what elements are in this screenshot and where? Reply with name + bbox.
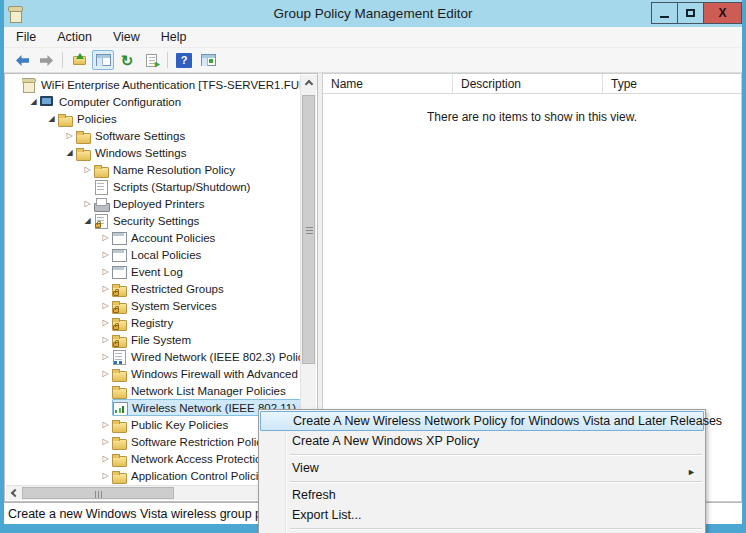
back-glyph bbox=[15, 54, 30, 67]
collapsed-arrow-icon[interactable]: ▷ bbox=[99, 280, 112, 297]
expanded-arrow-icon[interactable]: ◢ bbox=[81, 212, 94, 229]
tree-item-restricted-groups[interactable]: ▷Restricted Groups bbox=[5, 280, 302, 297]
vertical-scrollbar-thumb[interactable] bbox=[302, 95, 315, 364]
tree-item-scripts-startup-shutdown[interactable]: Scripts (Startup/Shutdown) bbox=[5, 178, 302, 195]
tree-item-row: Account Policies bbox=[112, 229, 302, 246]
doc-icon bbox=[94, 180, 109, 194]
tree-item-label: Windows Settings bbox=[95, 147, 186, 159]
tree-item-row: Security Settings bbox=[94, 212, 302, 229]
context-menu-item-create-a-new-windows-xp-policy[interactable]: Create A New Windows XP Policy bbox=[260, 431, 704, 451]
empty-list-message: There are no items to show in this view. bbox=[323, 110, 741, 124]
help-icon[interactable]: ? bbox=[173, 50, 195, 70]
column-header-name[interactable]: Name bbox=[323, 74, 453, 94]
context-menu-item-create-a-new-wireless-network-policy-for[interactable]: Create A New Wireless Network Policy for… bbox=[260, 411, 704, 431]
tree-item-wired-network-ieee-802-3-policies[interactable]: ▷Wired Network (IEEE 802.3) Policies bbox=[5, 348, 302, 365]
export-list-icon[interactable]: ► bbox=[140, 50, 162, 70]
column-header-type[interactable]: Type bbox=[603, 74, 741, 94]
maximize-button[interactable] bbox=[677, 2, 704, 24]
network-nodes-icon bbox=[114, 361, 117, 364]
back-icon[interactable] bbox=[11, 50, 33, 70]
tree-item-event-log[interactable]: ▷Event Log bbox=[5, 263, 302, 280]
close-button[interactable]: X bbox=[703, 2, 742, 24]
menu-file[interactable]: File bbox=[7, 28, 45, 46]
chevron-up-icon bbox=[305, 80, 313, 88]
collapsed-arrow-icon[interactable]: ▷ bbox=[99, 229, 112, 246]
tree-item-label: Event Log bbox=[131, 266, 183, 278]
tree-item-row: Scripts (Startup/Shutdown) bbox=[94, 178, 302, 195]
tree-item-deployed-printers[interactable]: ▷Deployed Printers bbox=[5, 195, 302, 212]
tree-item-registry[interactable]: ▷Registry bbox=[5, 314, 302, 331]
context-menu-item-export-list[interactable]: Export List... bbox=[260, 505, 704, 525]
tree-item-local-policies[interactable]: ▷Local Policies bbox=[5, 246, 302, 263]
context-menu-item-refresh[interactable]: Refresh bbox=[260, 485, 704, 505]
forward-icon[interactable] bbox=[35, 50, 57, 70]
collapsed-arrow-icon[interactable]: ▷ bbox=[99, 416, 112, 433]
collapsed-arrow-icon[interactable]: ▷ bbox=[99, 297, 112, 314]
lock-icon bbox=[113, 308, 119, 313]
collapsed-arrow-icon[interactable]: ▷ bbox=[81, 195, 94, 212]
scroll-left-button[interactable] bbox=[6, 486, 21, 500]
expanded-arrow-icon[interactable]: ◢ bbox=[45, 110, 58, 127]
tree-item-label: WiFi Enterprise Authentication [TFS-SERV… bbox=[41, 79, 302, 91]
column-header-description[interactable]: Description bbox=[453, 74, 603, 94]
minimize-button[interactable] bbox=[651, 2, 678, 24]
tree-item-computer-configuration[interactable]: ◢Computer Configuration bbox=[5, 93, 302, 110]
collapsed-arrow-icon[interactable]: ▷ bbox=[99, 467, 112, 484]
collapsed-arrow-icon[interactable]: ▷ bbox=[99, 263, 112, 280]
context-menu-item-view[interactable]: View► bbox=[260, 458, 704, 478]
tree-item-name-resolution-policy[interactable]: ▷Name Resolution Policy bbox=[5, 161, 302, 178]
menu-bar: FileActionViewHelp bbox=[4, 27, 742, 48]
tree-item-label: Application Control Policie bbox=[131, 470, 265, 482]
tree-item-row: File System bbox=[112, 331, 302, 348]
collapsed-arrow-icon[interactable]: ▷ bbox=[99, 246, 112, 263]
folder-icon bbox=[112, 384, 127, 398]
folder-lock-icon bbox=[112, 299, 127, 313]
lock-icon bbox=[113, 291, 119, 296]
collapsed-arrow-icon[interactable]: ▷ bbox=[99, 450, 112, 467]
collapsed-arrow-icon[interactable]: ▷ bbox=[99, 365, 112, 382]
console-window-icon[interactable] bbox=[197, 50, 219, 70]
toolbar-separator bbox=[62, 52, 63, 68]
collapsed-arrow-icon[interactable]: ▷ bbox=[63, 127, 76, 144]
menu-help[interactable]: Help bbox=[152, 28, 196, 46]
tree-item-system-services[interactable]: ▷System Services bbox=[5, 297, 302, 314]
tree-item-account-policies[interactable]: ▷Account Policies bbox=[5, 229, 302, 246]
horizontal-scrollbar-thumb[interactable] bbox=[22, 487, 174, 499]
scroll-up-button[interactable] bbox=[301, 75, 317, 90]
expanded-arrow-icon[interactable]: ◢ bbox=[27, 93, 40, 110]
tree-item-row: Wired Network (IEEE 802.3) Policies bbox=[112, 348, 302, 365]
scrollbar-grip-icon bbox=[98, 491, 99, 498]
minimize-icon bbox=[660, 16, 669, 18]
tree-item-row: Local Policies bbox=[112, 246, 302, 263]
tree-item-network-list-manager-policies[interactable]: Network List Manager Policies bbox=[5, 382, 302, 399]
tree-item-label: Deployed Printers bbox=[113, 198, 204, 210]
tree-item-row: Computer Configuration bbox=[40, 93, 302, 110]
tree-item-software-settings[interactable]: ▷Software Settings bbox=[5, 127, 302, 144]
window-border-left bbox=[0, 0, 4, 533]
maximize-icon bbox=[686, 9, 695, 17]
up-one-level-icon[interactable] bbox=[68, 50, 90, 70]
tree-item-file-system[interactable]: ▷File System bbox=[5, 331, 302, 348]
expanded-arrow-icon[interactable]: ◢ bbox=[63, 144, 76, 161]
up-one-level-glyph bbox=[76, 53, 84, 59]
show-console-tree-icon[interactable] bbox=[92, 50, 114, 70]
tree-item-row: WiFi Enterprise Authentication [TFS-SERV… bbox=[22, 76, 302, 93]
tree-item-security-settings[interactable]: ◢Security Settings bbox=[5, 212, 302, 229]
chevron-left-icon bbox=[11, 489, 19, 497]
collapsed-arrow-icon[interactable]: ▷ bbox=[99, 348, 112, 365]
tree-item-windows-firewall-with-advanced-sec[interactable]: ▷Windows Firewall with Advanced Sec bbox=[5, 365, 302, 382]
table-icon bbox=[112, 231, 127, 245]
tree-item-row: Network List Manager Policies bbox=[112, 382, 302, 399]
refresh-icon[interactable]: ↻ bbox=[116, 50, 138, 70]
tree-item-label: Name Resolution Policy bbox=[113, 164, 235, 176]
tree-item-windows-settings[interactable]: ◢Windows Settings bbox=[5, 144, 302, 161]
collapsed-arrow-icon[interactable]: ▷ bbox=[99, 314, 112, 331]
collapsed-arrow-icon[interactable]: ▷ bbox=[81, 161, 94, 178]
collapsed-arrow-icon[interactable]: ▷ bbox=[99, 331, 112, 348]
collapsed-arrow-icon[interactable]: ▷ bbox=[99, 433, 112, 450]
menu-view[interactable]: View bbox=[104, 28, 149, 46]
tree-item-wifi-enterprise-authentication-tfs-serve[interactable]: WiFi Enterprise Authentication [TFS-SERV… bbox=[5, 76, 302, 93]
show-console-tree-glyph bbox=[96, 54, 111, 66]
menu-action[interactable]: Action bbox=[48, 28, 101, 46]
tree-item-policies[interactable]: ◢Policies bbox=[5, 110, 302, 127]
